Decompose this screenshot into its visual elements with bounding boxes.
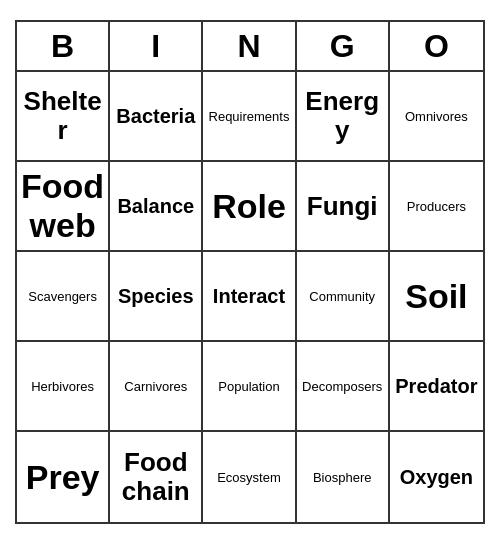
cell-text: Herbivores bbox=[31, 379, 94, 394]
cell-text: Community bbox=[309, 289, 375, 304]
bingo-cell: Energy bbox=[297, 72, 390, 162]
bingo-cell: Soil bbox=[390, 252, 483, 342]
bingo-cell: Balance bbox=[110, 162, 203, 252]
bingo-cell: Community bbox=[297, 252, 390, 342]
header-letter: O bbox=[390, 22, 483, 70]
cell-text: Balance bbox=[117, 195, 194, 218]
cell-text: Food web bbox=[21, 167, 104, 245]
cell-text: Soil bbox=[405, 277, 467, 316]
bingo-cell: Fungi bbox=[297, 162, 390, 252]
cell-text: Food chain bbox=[114, 448, 197, 505]
cell-text: Energy bbox=[301, 87, 384, 144]
bingo-cell: Food chain bbox=[110, 432, 203, 522]
bingo-cell: Bacteria bbox=[110, 72, 203, 162]
cell-text: Biosphere bbox=[313, 470, 372, 485]
cell-text: Requirements bbox=[209, 109, 290, 124]
cell-text: Oxygen bbox=[400, 466, 473, 489]
header-letter: N bbox=[203, 22, 296, 70]
cell-text: Omnivores bbox=[405, 109, 468, 124]
cell-text: Ecosystem bbox=[217, 470, 281, 485]
cell-text: Interact bbox=[213, 285, 285, 308]
bingo-cell: Interact bbox=[203, 252, 296, 342]
bingo-cell: Scavengers bbox=[17, 252, 110, 342]
header-letter: G bbox=[297, 22, 390, 70]
cell-text: Prey bbox=[26, 458, 100, 497]
cell-text: Predator bbox=[395, 375, 477, 398]
bingo-cell: Prey bbox=[17, 432, 110, 522]
bingo-cell: Predator bbox=[390, 342, 483, 432]
header-letter: B bbox=[17, 22, 110, 70]
cell-text: Population bbox=[218, 379, 279, 394]
cell-text: Carnivores bbox=[124, 379, 187, 394]
bingo-cell: Species bbox=[110, 252, 203, 342]
cell-text: Fungi bbox=[307, 192, 378, 221]
bingo-cell: Biosphere bbox=[297, 432, 390, 522]
cell-text: Bacteria bbox=[116, 105, 195, 128]
bingo-grid: ShelterBacteriaRequirementsEnergyOmnivor… bbox=[17, 72, 483, 522]
bingo-card: BINGO ShelterBacteriaRequirementsEnergyO… bbox=[15, 20, 485, 524]
bingo-cell: Population bbox=[203, 342, 296, 432]
bingo-cell: Producers bbox=[390, 162, 483, 252]
bingo-cell: Food web bbox=[17, 162, 110, 252]
cell-text: Decomposers bbox=[302, 379, 382, 394]
bingo-cell: Shelter bbox=[17, 72, 110, 162]
bingo-cell: Oxygen bbox=[390, 432, 483, 522]
cell-text: Species bbox=[118, 285, 194, 308]
cell-text: Shelter bbox=[21, 87, 104, 144]
bingo-cell: Carnivores bbox=[110, 342, 203, 432]
bingo-cell: Omnivores bbox=[390, 72, 483, 162]
cell-text: Role bbox=[212, 187, 286, 226]
bingo-cell: Ecosystem bbox=[203, 432, 296, 522]
header-letter: I bbox=[110, 22, 203, 70]
bingo-header: BINGO bbox=[17, 22, 483, 72]
bingo-cell: Herbivores bbox=[17, 342, 110, 432]
cell-text: Producers bbox=[407, 199, 466, 214]
bingo-cell: Requirements bbox=[203, 72, 296, 162]
bingo-cell: Role bbox=[203, 162, 296, 252]
cell-text: Scavengers bbox=[28, 289, 97, 304]
bingo-cell: Decomposers bbox=[297, 342, 390, 432]
